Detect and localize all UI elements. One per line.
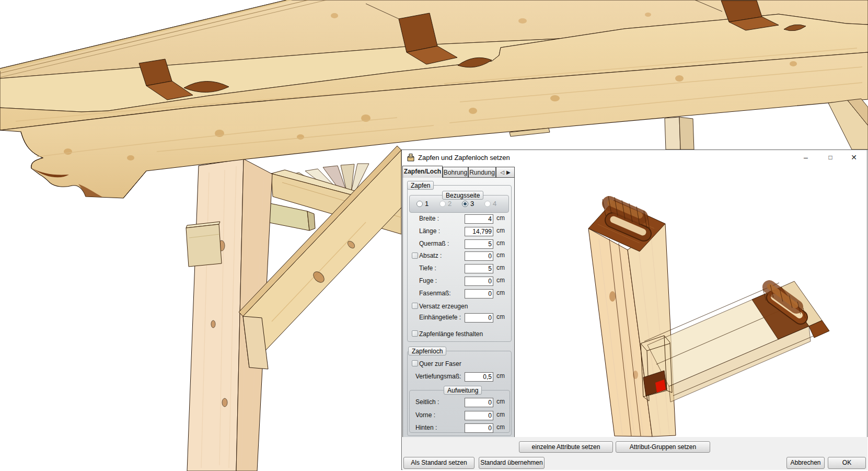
als-standard-setzen-button[interactable]: Als Standard setzen [403,457,474,469]
einzelne-attribute-setzen-button[interactable]: einzelne Attribute setzen [519,441,613,453]
abbrechen-button[interactable]: Abbrechen [786,457,825,469]
tab-scroll-arrows: ◁▶ [496,167,515,178]
standard-uebernehmen-button[interactable]: Standard übernehmen [479,457,545,469]
dialog-title: Zapfen und Zapfenloch setzen [418,150,510,165]
beam-end-left-of-post [186,222,222,267]
group-label-bezugsseite: Bezugsseite [442,191,483,200]
tab-zapfen-loch[interactable]: Zapfen/Loch [402,166,443,178]
maximize-button[interactable]: □ [821,150,839,165]
tab-scroll-left-icon[interactable]: ◁ [499,169,505,175]
group-label-aufweitung: Aufweitung [444,386,482,395]
preview-background [515,166,867,437]
attribut-gruppen-setzen-button[interactable]: Attribut-Gruppen setzen [616,441,710,453]
joint-3d-preview[interactable] [515,166,867,437]
groupbox-zapfen [407,185,512,342]
close-button[interactable]: ✕ [845,150,863,165]
tab-bohrung[interactable]: Bohrung [443,167,468,178]
group-label-zapfen: Zapfen [407,181,434,190]
dialog-titlebar[interactable]: Zapfen und Zapfenloch setzen – □ ✕ [402,150,867,165]
tabstrip: Zapfen/Loch Bohrung Rundung ◁▶ [402,166,515,178]
tab-scroll-right-icon[interactable]: ▶ [505,169,512,175]
dialog-zapfen-und-zapfenloch: Zapfen und Zapfenloch setzen – □ ✕ Zapfe… [401,150,867,470]
ok-button[interactable]: OK [828,457,866,469]
minimize-button[interactable]: – [797,150,815,165]
tab-page-zapfen-loch: Zapfen Bezugsseite 1 2 3 4 Breite : 4 cm… [402,178,515,455]
tenon-dialog-icon [407,153,415,162]
group-label-zapfenloch: Zapfenloch [408,347,446,355]
tab-rundung[interactable]: Rundung [468,167,496,178]
